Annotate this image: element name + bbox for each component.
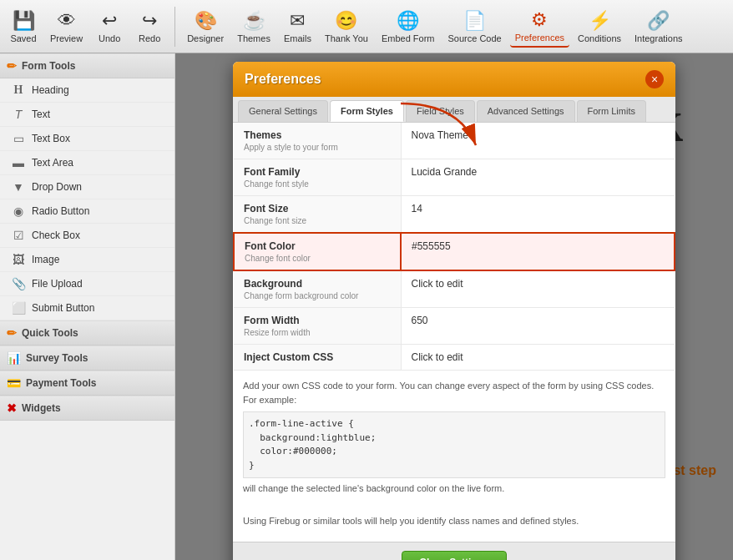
tab-field-styles[interactable]: Field Styles xyxy=(406,100,475,122)
font-color-sublabel: Change font color xyxy=(245,254,390,263)
toolbar-integrations-button[interactable]: 🔗 Integrations xyxy=(629,7,687,47)
table-row-themes: Themes Apply a style to your form Nova T… xyxy=(234,123,675,159)
submitbutton-icon: ⬜ xyxy=(12,301,25,315)
fileupload-icon: 📎 xyxy=(12,277,25,290)
tab-advanced-settings[interactable]: Advanced Settings xyxy=(477,100,575,122)
background-value: Click to edit xyxy=(412,278,463,290)
font-size-sublabel: Change font size xyxy=(244,216,391,225)
widgets-icon: ✖ xyxy=(7,401,17,415)
form-width-label: Form Width xyxy=(244,315,391,326)
themes-sublabel: Apply a style to your form xyxy=(244,143,391,152)
content-area: ck s first step a! Prefer xyxy=(175,53,733,560)
css-description-text: Add your own CSS code to your form. You … xyxy=(243,379,665,406)
toolbar-preview-button[interactable]: 👁 Preview xyxy=(45,7,88,47)
toolbar-designer-button[interactable]: 🎨 Designer xyxy=(182,7,229,47)
modal-header: Preferences × xyxy=(233,62,675,97)
table-row-background: Background Change form background color … xyxy=(234,270,675,308)
sidebar-item-dropdown[interactable]: ▼ Drop Down xyxy=(0,175,174,199)
sidebar-item-text[interactable]: T Text xyxy=(0,103,174,127)
themes-icon: ☕ xyxy=(243,10,265,32)
sidebar-item-image[interactable]: 🖼 Image xyxy=(0,248,174,272)
form-width-sublabel: Resize form width xyxy=(244,328,391,337)
css-code-example: .form-line-active { background:lightblue… xyxy=(243,411,665,478)
sidebar-item-textarea[interactable]: ▬ Text Area xyxy=(0,151,174,175)
sidebar-section-quick-tools[interactable]: ✏ Quick Tools xyxy=(0,320,174,346)
tab-general-settings[interactable]: General Settings xyxy=(238,100,328,122)
radiobutton-icon: ◉ xyxy=(12,204,25,218)
font-size-label: Font Size xyxy=(244,203,391,214)
toolbar-emails-button[interactable]: ✉ Emails xyxy=(279,7,316,47)
toolbar-redo-button[interactable]: ↪ Redo xyxy=(131,7,168,47)
conditions-icon: ⚡ xyxy=(589,10,611,32)
toolbar-thankyou-button[interactable]: 😊 Thank You xyxy=(320,7,373,47)
font-size-value: 14 xyxy=(412,203,422,214)
sidebar-section-survey-tools[interactable]: 📊 Survey Tools xyxy=(0,346,174,371)
modal-overlay: Preferences × General Settings Form Styl… xyxy=(175,53,733,560)
preview-icon: 👁 xyxy=(58,10,76,32)
sidebar-item-textbox[interactable]: ▭ Text Box xyxy=(0,127,174,151)
main-layout: ✏ Form Tools H Heading T Text ▭ Text Box… xyxy=(0,53,733,560)
table-row-font-family: Font Family Change font style Lucida Gra… xyxy=(234,159,675,196)
textarea-icon: ▬ xyxy=(12,156,25,169)
toolbar-embedform-button[interactable]: 🌐 Embed Form xyxy=(377,7,440,47)
undo-icon: ↩ xyxy=(102,10,117,32)
toolbar-themes-button[interactable]: ☕ Themes xyxy=(232,7,276,47)
tab-form-limits[interactable]: Form Limits xyxy=(577,100,646,122)
themes-value: Nova Theme xyxy=(412,129,468,141)
modal-body: Themes Apply a style to your form Nova T… xyxy=(233,123,675,542)
close-settings-button[interactable]: Close Settings xyxy=(402,551,506,561)
toolbar-undo-button[interactable]: ↩ Undo xyxy=(91,7,128,47)
quick-tools-icon: ✏ xyxy=(7,326,17,340)
form-tools-icon: ✏ xyxy=(7,59,17,73)
inject-css-value: Click to edit xyxy=(412,351,463,363)
inject-css-label: Inject Custom CSS xyxy=(244,351,391,363)
sidebar-section-widgets[interactable]: ✖ Widgets xyxy=(0,396,174,421)
tab-form-styles[interactable]: Form Styles xyxy=(330,100,404,122)
toolbar-separator-1 xyxy=(174,7,175,47)
sidebar-item-radiobutton[interactable]: ◉ Radio Button xyxy=(0,199,174,224)
toolbar: 💾 Saved 👁 Preview ↩ Undo ↪ Redo 🎨 Design… xyxy=(0,0,733,53)
table-row-inject-css: Inject Custom CSS Click to edit xyxy=(234,345,675,371)
background-sublabel: Change form background color xyxy=(244,291,391,300)
image-icon: 🖼 xyxy=(12,253,25,266)
sidebar-section-form-tools[interactable]: ✏ Form Tools xyxy=(0,53,174,78)
designer-icon: 🎨 xyxy=(195,10,217,32)
sidebar-item-fileupload[interactable]: 📎 File Upload xyxy=(0,272,174,296)
emails-icon: ✉ xyxy=(290,10,305,32)
sidebar-item-heading[interactable]: H Heading xyxy=(0,78,174,103)
heading-icon: H xyxy=(12,83,25,97)
thankyou-icon: 😊 xyxy=(335,10,357,32)
survey-tools-icon: 📊 xyxy=(7,351,21,365)
font-family-sublabel: Change font style xyxy=(244,179,391,189)
toolbar-conditions-button[interactable]: ⚡ Conditions xyxy=(573,7,626,47)
css-note1: will change the selected line's backgrou… xyxy=(243,482,665,496)
modal-tabs: General Settings Form Styles Field Style… xyxy=(233,97,675,123)
modal-close-button[interactable]: × xyxy=(645,70,664,88)
embedform-icon: 🌐 xyxy=(397,10,419,32)
checkbox-icon: ☑ xyxy=(12,229,25,242)
background-label: Background xyxy=(244,278,391,290)
font-family-label: Font Family xyxy=(244,166,391,178)
form-width-value: 650 xyxy=(412,315,428,326)
font-color-label: Font Color xyxy=(245,240,390,252)
font-color-value: #555555 xyxy=(412,240,451,252)
payment-tools-icon: 💳 xyxy=(7,376,21,390)
sidebar-item-checkbox[interactable]: ☑ Check Box xyxy=(0,224,174,248)
integrations-icon: 🔗 xyxy=(647,10,670,32)
textbox-icon: ▭ xyxy=(12,132,25,145)
text-icon: T xyxy=(12,108,25,121)
modal-footer: Close Settings xyxy=(233,542,675,561)
toolbar-saved-button[interactable]: 💾 Saved xyxy=(5,7,42,47)
table-row-font-size: Font Size Change font size 14 xyxy=(234,196,675,234)
sidebar-section-payment-tools[interactable]: 💳 Payment Tools xyxy=(0,371,174,396)
modal-title: Preferences xyxy=(245,72,321,87)
toolbar-sourcecode-button[interactable]: 📄 Source Code xyxy=(443,7,507,47)
settings-table: Themes Apply a style to your form Nova T… xyxy=(233,123,675,371)
css-inject-description: Add your own CSS code to your form. You … xyxy=(233,371,675,542)
font-family-value: Lucida Grande xyxy=(412,166,478,178)
sourcecode-icon: 📄 xyxy=(463,10,486,32)
toolbar-preferences-button[interactable]: ⚙ Preferences xyxy=(510,6,569,48)
preferences-icon: ⚙ xyxy=(531,9,548,31)
table-row-form-width: Form Width Resize form width 650 xyxy=(234,308,675,345)
sidebar-item-submitbutton[interactable]: ⬜ Submit Button xyxy=(0,296,174,320)
